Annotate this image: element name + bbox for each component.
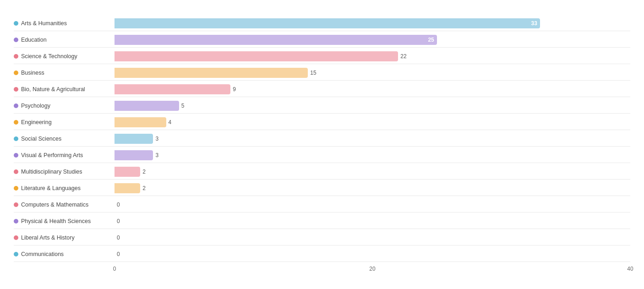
- bar-value: 2: [142, 185, 146, 191]
- bar-label: Visual & Performing Arts: [14, 152, 115, 158]
- bar-label-text: Physical & Health Sciences: [21, 218, 91, 224]
- bar-track: 0: [115, 233, 630, 243]
- bar-value: 3: [155, 152, 158, 158]
- x-tick: 20: [369, 266, 375, 272]
- bar-row: Computers & Mathematics 0: [14, 197, 630, 213]
- bar-value: 3: [155, 136, 158, 142]
- bar-label-text: Bio, Nature & Agricultural: [21, 86, 85, 93]
- bar-row: Business 15: [14, 65, 630, 81]
- bar-row: Bio, Nature & Agricultural 9: [14, 82, 630, 97]
- bar-row: Multidisciplinary Studies 2: [14, 164, 630, 180]
- bar-row: Liberal Arts & History 0: [14, 230, 630, 245]
- bar-fill: [115, 134, 153, 144]
- bar-row: Literature & Languages 2: [14, 180, 630, 196]
- bar-row: Arts & Humanities 33: [14, 16, 630, 31]
- bar-label: Engineering: [14, 119, 115, 125]
- bar-label: Business: [14, 70, 115, 76]
- bar-track: 0: [115, 200, 630, 210]
- bar-track: 9: [115, 84, 630, 94]
- bar-dot: [14, 87, 18, 92]
- bar-dot: [14, 153, 18, 158]
- bar-label-text: Literature & Languages: [21, 185, 81, 191]
- bar-track: 0: [115, 216, 630, 226]
- bar-dot: [14, 21, 18, 26]
- bar-value: 22: [400, 53, 406, 60]
- bar-value: 9: [233, 86, 236, 93]
- bar-label-text: Communications: [21, 251, 64, 257]
- bar-label: Science & Technology: [14, 53, 115, 60]
- bar-track: 3: [115, 134, 630, 144]
- chart-container: Arts & Humanities 33 Education 25 Scienc…: [14, 9, 630, 275]
- bars-container: Arts & Humanities 33 Education 25 Scienc…: [14, 16, 630, 262]
- bar-label: Multidisciplinary Studies: [14, 169, 115, 175]
- bar-dot: [14, 219, 18, 224]
- bar-fill: [115, 68, 308, 78]
- bar-value: 5: [181, 103, 185, 109]
- bar-track: 25: [115, 35, 630, 45]
- bar-label: Psychology: [14, 103, 115, 109]
- bar-value-inside: 25: [428, 37, 434, 43]
- bar-track: 5: [115, 101, 630, 111]
- bar-label: Computers & Mathematics: [14, 202, 115, 208]
- x-tick: 0: [113, 266, 116, 272]
- bar-track: 0: [115, 249, 630, 259]
- bar-label-text: Business: [21, 70, 44, 76]
- bar-row: Engineering 4: [14, 115, 630, 130]
- bar-label-text: Visual & Performing Arts: [21, 152, 83, 158]
- x-axis: 02040: [14, 266, 630, 275]
- bar-track: 2: [115, 183, 630, 193]
- bar-label: Arts & Humanities: [14, 20, 115, 27]
- bar-dot: [14, 136, 18, 141]
- bar-track: 22: [115, 51, 630, 61]
- bar-label-text: Multidisciplinary Studies: [21, 169, 82, 175]
- bar-label: Literature & Languages: [14, 185, 115, 191]
- bar-fill: 33: [115, 18, 540, 28]
- bar-label-text: Social Sciences: [21, 136, 61, 142]
- bar-track: 3: [115, 150, 630, 160]
- bar-dot: [14, 104, 18, 108]
- bar-dot: [14, 186, 18, 191]
- bar-row: Physical & Health Sciences 0: [14, 213, 630, 229]
- bar-dot: [14, 252, 18, 256]
- bar-value: 0: [117, 218, 120, 224]
- bar-dot: [14, 54, 18, 59]
- bar-label-text: Computers & Mathematics: [21, 202, 88, 208]
- bar-label-text: Liberal Arts & History: [21, 234, 75, 241]
- bar-value-inside: 33: [531, 20, 537, 27]
- bar-dot: [14, 120, 18, 125]
- bar-fill: [115, 167, 140, 177]
- bar-label-text: Science & Technology: [21, 53, 77, 60]
- bar-label-text: Education: [21, 37, 47, 43]
- bar-dot: [14, 169, 18, 174]
- bar-track: 4: [115, 117, 630, 127]
- bar-label: Physical & Health Sciences: [14, 218, 115, 224]
- bar-label-text: Psychology: [21, 103, 50, 109]
- bar-fill: [115, 51, 398, 61]
- bar-row: Psychology 5: [14, 98, 630, 114]
- bar-fill: 25: [115, 35, 437, 45]
- bar-dot: [14, 38, 18, 42]
- bar-value: 15: [310, 70, 316, 76]
- bar-fill: [115, 84, 230, 94]
- bar-label-text: Arts & Humanities: [21, 20, 67, 27]
- bar-label: Bio, Nature & Agricultural: [14, 86, 115, 93]
- bar-row: Visual & Performing Arts 3: [14, 147, 630, 163]
- bar-fill: [115, 117, 166, 127]
- bar-value: 0: [117, 202, 120, 208]
- bar-value: 0: [117, 251, 120, 257]
- bar-value: 0: [117, 234, 120, 241]
- bar-dot: [14, 235, 18, 240]
- bar-row: Education 25: [14, 32, 630, 48]
- bar-track: 15: [115, 68, 630, 78]
- bar-dot: [14, 202, 18, 207]
- bar-row: Communications 0: [14, 246, 630, 262]
- bar-track: 33: [115, 18, 630, 28]
- bar-label-text: Engineering: [21, 119, 52, 125]
- bar-fill: [115, 183, 140, 193]
- chart-area: Arts & Humanities 33 Education 25 Scienc…: [14, 16, 630, 275]
- x-tick: 40: [627, 266, 633, 272]
- bar-row: Science & Technology 22: [14, 49, 630, 64]
- bar-fill: [115, 150, 153, 160]
- bar-fill: [115, 101, 179, 111]
- bar-dot: [14, 71, 18, 75]
